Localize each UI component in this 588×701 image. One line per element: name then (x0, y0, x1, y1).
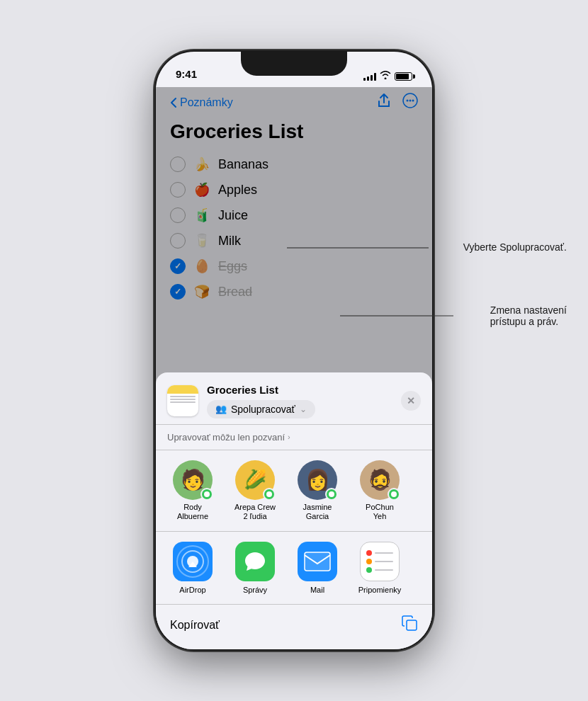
avatar-container-rody: 🧑 (173, 460, 213, 500)
message-badge-pochun (388, 488, 400, 501)
message-badge-jasmine (325, 488, 338, 501)
mail-label: Mail (310, 586, 324, 594)
collaborate-button[interactable]: 👥 Spolupracovať ⌄ (207, 400, 315, 418)
messages-icon (235, 542, 275, 581)
status-icons (363, 71, 412, 81)
app-item-airdrop[interactable]: AirDrop (167, 542, 218, 594)
mail-icon (298, 542, 337, 581)
airdrop-icon (173, 542, 213, 581)
close-button[interactable]: ✕ (401, 391, 421, 411)
signal-icon (363, 72, 376, 81)
bottom-action: Kopírovať (156, 605, 432, 635)
contact-pochun[interactable]: 🧔 PoChunYeh (354, 460, 405, 521)
avatar-container-pochun: 🧔 (360, 460, 400, 500)
share-sheet: Groceries List 👥 Spolupracovať ⌄ ✕ Uprav… (156, 372, 432, 649)
annotation-collaborate-text: Vyberte Spolupracovať. (463, 241, 567, 253)
notch (241, 52, 347, 76)
contact-name-jasmine: JasmineGarcia (303, 503, 332, 521)
copy-icon[interactable] (401, 615, 418, 635)
chevron-down-icon: ⌄ (300, 404, 307, 414)
contact-name-pochun: PoChunYeh (366, 503, 394, 521)
avatar-container-arepa: 🌽 (235, 460, 275, 500)
battery-icon (395, 72, 412, 81)
contact-name-arepa: Arepa Crew2 ľudia (234, 503, 276, 521)
notes-area: Poznámky (156, 87, 432, 649)
share-sheet-overlay[interactable]: Groceries List 👥 Spolupracovať ⌄ ✕ Uprav… (156, 87, 432, 649)
airdrop-rings (173, 542, 213, 581)
contact-name-rody: RodyAlbuerne (177, 503, 208, 521)
svg-rect-7 (305, 552, 330, 571)
access-row[interactable]: Upravovať môžu len pozvaní › (156, 425, 432, 450)
reminders-icon (360, 542, 400, 581)
messages-label: Správy (243, 586, 267, 594)
annotation-access: Zmena nastaveníprístupu a práv. (490, 304, 567, 327)
app-item-mail[interactable]: Mail (292, 542, 343, 594)
app-item-messages[interactable]: Správy (230, 542, 281, 594)
contact-arepa[interactable]: 🌽 Arepa Crew2 ľudia (230, 460, 281, 521)
chevron-right-icon: › (288, 433, 290, 441)
contact-jasmine[interactable]: 👩 JasmineGarcia (292, 460, 343, 521)
note-app-icon (167, 385, 198, 416)
avatar-container-jasmine: 👩 (298, 460, 337, 500)
apps-row: AirDrop Správy (156, 532, 432, 605)
phone-frame: 9:41 Poz (156, 52, 432, 649)
contact-rody[interactable]: 🧑 RodyAlbuerne (167, 460, 218, 521)
message-badge-rody (200, 488, 213, 501)
status-time: 9:41 (176, 68, 197, 81)
airdrop-label: AirDrop (179, 586, 205, 594)
annotation-access-text: Zmena nastaveníprístupu a práv. (490, 304, 567, 327)
share-header-info: Groceries List 👥 Spolupracovať ⌄ (207, 384, 392, 418)
access-text: Upravovať môžu len pozvaní (167, 432, 285, 443)
collaborate-label: Spolupracovať (231, 404, 295, 415)
app-item-reminders[interactable]: Pripomienky (354, 542, 405, 594)
contacts-row: 🧑 RodyAlbuerne 🌽 (156, 450, 432, 532)
wifi-icon (380, 71, 391, 81)
reminders-label: Pripomienky (358, 586, 402, 594)
message-badge-arepa (263, 488, 276, 501)
share-header: Groceries List 👥 Spolupracovať ⌄ ✕ (156, 372, 432, 425)
share-note-title: Groceries List (207, 384, 392, 396)
copy-label[interactable]: Kopírovať (170, 619, 220, 632)
svg-rect-8 (407, 620, 417, 630)
annotation-collaborate: Vyberte Spolupracovať. (463, 241, 567, 253)
collaborate-icon: 👥 (215, 404, 227, 414)
